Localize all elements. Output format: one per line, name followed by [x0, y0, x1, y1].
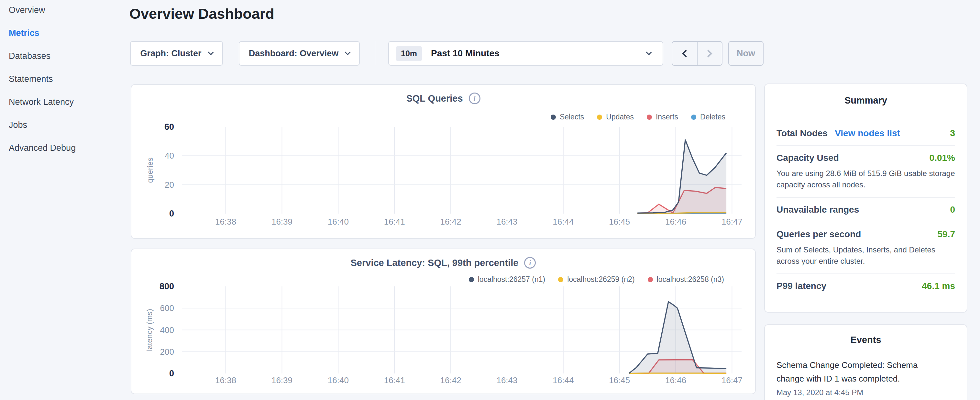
- summary-label: Total Nodes: [776, 128, 827, 139]
- service-latency-chart-card: Service Latency: SQL, 99th percentile i …: [131, 249, 756, 394]
- time-step-button-group: [672, 41, 722, 66]
- chevron-down-icon: [646, 49, 652, 55]
- graph-scope-dropdown[interactable]: Graph: Cluster: [130, 41, 223, 66]
- svg-text:16:43: 16:43: [496, 375, 517, 385]
- events-title: Events: [776, 335, 955, 345]
- event-text: Schema Change Completed: Schema change w…: [776, 358, 929, 386]
- summary-row-p99-latency: P99 latency 46.1 ms: [776, 274, 955, 298]
- svg-text:latency (ms): latency (ms): [145, 309, 154, 351]
- sidebar-item-jobs[interactable]: Jobs: [9, 118, 27, 132]
- sql-queries-chart-card: SQL Queries i SelectsUpdatesInsertsDelet…: [131, 84, 756, 239]
- svg-text:60: 60: [164, 122, 174, 132]
- svg-text:800: 800: [159, 282, 174, 291]
- summary-row-capacity-used: Capacity Used 0.01% You are using 28.6 M…: [776, 145, 955, 197]
- chart-title: SQL Queries: [406, 93, 463, 104]
- svg-text:16:47: 16:47: [721, 217, 743, 226]
- svg-text:16:40: 16:40: [328, 217, 349, 226]
- svg-text:16:38: 16:38: [215, 217, 236, 226]
- summary-description: Sum of Selects, Updates, Inserts, and De…: [776, 244, 955, 267]
- info-icon[interactable]: i: [469, 92, 480, 104]
- svg-text:16:45: 16:45: [609, 217, 630, 226]
- chevron-down-icon: [208, 49, 213, 55]
- sidebar-item-databases[interactable]: Databases: [9, 49, 51, 64]
- svg-text:0: 0: [169, 369, 174, 378]
- svg-text:queries: queries: [146, 158, 154, 183]
- svg-text:400: 400: [160, 325, 174, 335]
- view-nodes-list-link[interactable]: View nodes list: [835, 128, 900, 139]
- series-area: [637, 140, 726, 214]
- svg-text:16:43: 16:43: [496, 217, 517, 226]
- event-timestamp: May 13, 2020 at 4:45 PM: [776, 388, 955, 397]
- summary-row-total-nodes: Total Nodes View nodes list 3: [776, 121, 955, 145]
- svg-text:20: 20: [165, 180, 174, 190]
- sidebar-item-network-latency[interactable]: Network Latency: [9, 94, 74, 109]
- svg-text:600: 600: [160, 303, 174, 313]
- svg-text:16:44: 16:44: [553, 217, 574, 226]
- time-step-forward-button[interactable]: [697, 42, 722, 65]
- svg-text:16:40: 16:40: [328, 375, 349, 385]
- summary-value: 3: [950, 128, 955, 139]
- time-window-selector[interactable]: 10m Past 10 Minutes: [388, 41, 663, 66]
- svg-text:40: 40: [165, 151, 174, 161]
- summary-description: You are using 28.6 MiB of 515.9 GiB usab…: [776, 167, 955, 190]
- summary-label: Queries per second: [776, 229, 861, 239]
- chevron-down-icon: [345, 49, 351, 55]
- chart-title: Service Latency: SQL, 99th percentile: [351, 258, 519, 268]
- svg-text:16:45: 16:45: [609, 375, 630, 385]
- sidebar-item-metrics[interactable]: Metrics: [9, 25, 40, 40]
- summary-value: 0: [950, 204, 955, 215]
- sql-queries-chart[interactable]: 16:3816:3916:4016:4116:4216:4316:4416:45…: [140, 119, 748, 230]
- time-window-label: Past 10 Minutes: [431, 48, 647, 59]
- chart-grid: [182, 127, 741, 214]
- summary-panel: Summary Total Nodes View nodes list 3 Ca…: [764, 83, 967, 312]
- summary-row-unavailable-ranges: Unavailable ranges 0: [776, 197, 955, 222]
- svg-text:16:46: 16:46: [665, 217, 686, 226]
- event-list-item[interactable]: Schema Change Completed: Schema change w…: [776, 358, 955, 397]
- svg-text:200: 200: [160, 347, 174, 357]
- summary-label: Capacity Used: [776, 153, 839, 163]
- now-button[interactable]: Now: [728, 41, 764, 66]
- svg-text:16:38: 16:38: [215, 375, 236, 385]
- sidebar-item-advanced-debug[interactable]: Advanced Debug: [9, 140, 76, 155]
- time-window-badge: 10m: [396, 46, 422, 61]
- info-icon[interactable]: i: [524, 257, 536, 269]
- svg-text:16:42: 16:42: [440, 217, 461, 226]
- chevron-left-icon: [682, 49, 690, 57]
- chart-series: [637, 140, 726, 214]
- summary-value: 0.01%: [929, 153, 955, 163]
- summary-label: P99 latency: [776, 281, 826, 291]
- svg-text:16:39: 16:39: [272, 217, 293, 226]
- toolbar-divider: [375, 41, 375, 65]
- summary-row-queries-per-second: Queries per second 59.7 Sum of Selects, …: [776, 222, 955, 274]
- summary-label: Unavailable ranges: [776, 204, 859, 215]
- svg-text:16:46: 16:46: [665, 375, 686, 385]
- graph-scope-label: Graph: Cluster: [140, 49, 201, 59]
- summary-title: Summary: [776, 95, 955, 106]
- svg-text:16:41: 16:41: [384, 375, 405, 385]
- svg-text:16:44: 16:44: [553, 375, 574, 385]
- summary-value: 59.7: [938, 229, 955, 239]
- chart-series: [629, 302, 726, 373]
- chevron-right-icon: [704, 49, 712, 57]
- sidebar-item-statements[interactable]: Statements: [9, 72, 53, 86]
- dashboard-dropdown[interactable]: Dashboard: Overview: [239, 41, 360, 66]
- svg-text:16:41: 16:41: [384, 217, 405, 226]
- sidebar-item-overview[interactable]: Overview: [9, 3, 45, 18]
- page-title: Overview Dashboard: [129, 3, 274, 25]
- summary-value: 46.1 ms: [922, 281, 955, 291]
- svg-text:16:42: 16:42: [440, 375, 461, 385]
- svg-text:0: 0: [169, 209, 174, 218]
- dashboard-label: Dashboard: Overview: [249, 49, 339, 59]
- service-latency-chart[interactable]: 16:3816:3916:4016:4116:4216:4316:4416:45…: [140, 269, 748, 390]
- events-panel: Events Schema Change Completed: Schema c…: [764, 324, 967, 400]
- time-step-back-button[interactable]: [672, 42, 697, 65]
- svg-text:16:39: 16:39: [272, 375, 293, 385]
- series-area: [629, 302, 726, 373]
- svg-text:16:47: 16:47: [721, 375, 743, 385]
